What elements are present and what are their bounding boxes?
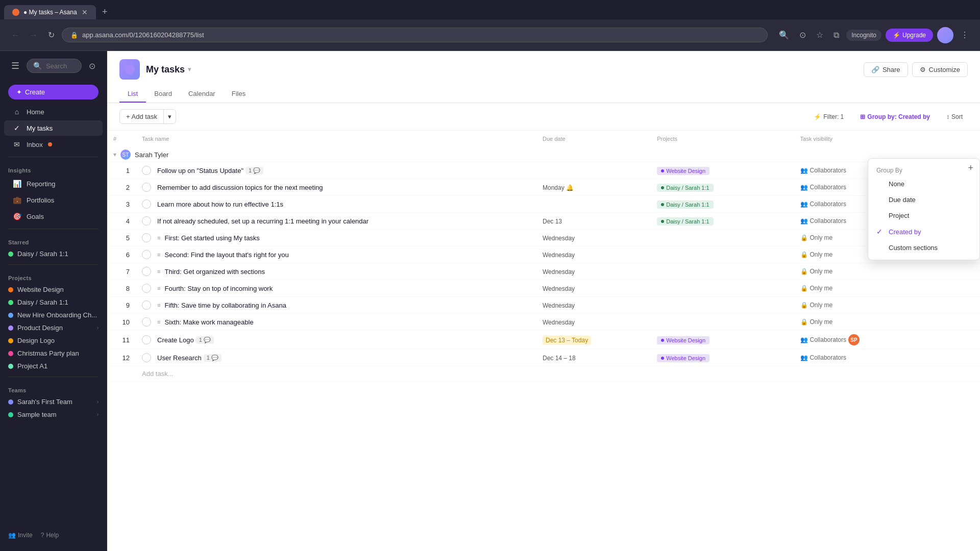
table-row[interactable]: 11 Create Logo 1 💬 Dec 13 – Today Websit…: [107, 331, 980, 349]
forward-btn[interactable]: →: [27, 28, 41, 43]
invite-btn[interactable]: 👥 Invite: [8, 532, 33, 539]
dropdown-item-created-by[interactable]: ✓ Created by: [868, 223, 979, 240]
table-row[interactable]: 7 ≡ Third: Get organized with sections W…: [107, 263, 980, 280]
add-task-caret[interactable]: ▾: [164, 110, 176, 123]
table-row[interactable]: 3 Learn more about how to run effective …: [107, 196, 980, 213]
add-task-cell[interactable]: Add task...: [136, 366, 980, 382]
task-name-text[interactable]: First: Get started using My tasks: [164, 234, 259, 242]
task-checkbox[interactable]: [142, 267, 151, 276]
address-bar[interactable]: 🔒 app.asana.com/0/1206160204288775/list: [62, 28, 768, 42]
upgrade-btn[interactable]: ⚡ Upgrade: [886, 29, 933, 42]
sidebar-item-sarahs-team[interactable]: Sarah's First Team ›: [0, 395, 107, 408]
project-tag[interactable]: Daisy / Sarah 1:1: [657, 217, 713, 226]
table-row[interactable]: 8 ≡ Fourth: Stay on top of incoming work…: [107, 280, 980, 297]
task-name-text[interactable]: Second: Find the layout that's right for…: [164, 251, 288, 259]
add-task-main[interactable]: + Add task: [120, 110, 164, 123]
tab-files[interactable]: Files: [224, 86, 254, 103]
group-by-btn[interactable]: ⊞ Group by: Created by: [855, 111, 935, 123]
dropdown-item-custom-sections[interactable]: Custom sections: [868, 240, 979, 256]
sidebar-item-product-design[interactable]: Product Design ›: [0, 321, 107, 334]
sidebar-item-daisy[interactable]: Daisy / Sarah 1:1: [0, 247, 107, 260]
task-name-text[interactable]: Follow up on "Status Update": [157, 167, 243, 174]
sidebar-item-home[interactable]: ⌂ Home: [4, 104, 103, 119]
sidebar-item-project-a1[interactable]: Project A1: [0, 360, 107, 372]
task-name-text[interactable]: User Research: [157, 354, 202, 362]
project-tag[interactable]: Daisy / Sarah 1:1: [657, 201, 713, 209]
sidebar-toggle-btn[interactable]: ☰: [8, 57, 22, 74]
sidebar-item-portfolios[interactable]: 💼 Portfolios: [4, 192, 103, 208]
reload-btn[interactable]: ↻: [45, 27, 58, 43]
table-row[interactable]: 6 ≡ Second: Find the layout that's right…: [107, 246, 980, 263]
task-checkbox[interactable]: [142, 183, 151, 192]
sidebar-item-inbox[interactable]: ✉ Inbox: [4, 137, 103, 152]
sidebar-item-daisy-sarah[interactable]: Daisy / Sarah 1:1: [0, 296, 107, 309]
add-task-row[interactable]: Add task...: [107, 366, 980, 382]
dropdown-item-project[interactable]: Project: [868, 208, 979, 223]
reader-mode-btn[interactable]: ⊙: [796, 27, 809, 43]
back-btn[interactable]: ←: [8, 28, 22, 43]
split-btn[interactable]: ⧉: [830, 28, 842, 43]
tab-close-btn[interactable]: ✕: [82, 8, 88, 16]
section-caret-icon[interactable]: ▾: [113, 151, 116, 158]
project-tag[interactable]: Website Design: [657, 336, 709, 344]
table-row[interactable]: 2 Remember to add discussion topics for …: [107, 179, 980, 196]
task-checkbox[interactable]: [142, 166, 151, 175]
search-input[interactable]: [46, 62, 75, 70]
menu-btn[interactable]: ⋮: [958, 27, 972, 43]
project-tag[interactable]: Website Design: [657, 354, 709, 362]
task-checkbox[interactable]: [142, 300, 151, 310]
create-btn[interactable]: ✦ Create: [8, 85, 99, 99]
sidebar-item-new-hire[interactable]: New Hire Onboarding Ch...: [0, 309, 107, 321]
tab-calendar[interactable]: Calendar: [180, 86, 224, 103]
dropdown-add-btn[interactable]: +: [968, 163, 973, 173]
filter-btn[interactable]: ⚡ Filter: 1: [808, 111, 849, 123]
help-btn[interactable]: ? Help: [41, 532, 59, 539]
add-task-btn[interactable]: + Add task ▾: [119, 109, 176, 124]
project-tag[interactable]: Daisy / Sarah 1:1: [657, 184, 713, 192]
sidebar-item-christmas[interactable]: Christmas Party plan: [0, 347, 107, 360]
title-caret-icon[interactable]: ▾: [188, 66, 191, 73]
task-checkbox[interactable]: [142, 317, 151, 327]
task-checkbox[interactable]: [142, 233, 151, 242]
sidebar-item-website-design[interactable]: Website Design: [0, 283, 107, 296]
new-tab-btn[interactable]: +: [98, 5, 112, 19]
sidebar-item-goals[interactable]: 🎯 Goals: [4, 209, 103, 224]
active-tab[interactable]: ● My tasks – Asana ✕: [4, 5, 96, 19]
project-tag[interactable]: Website Design: [657, 167, 709, 175]
dropdown-item-due-date[interactable]: Due date: [868, 192, 979, 208]
bookmark-btn[interactable]: ☆: [813, 27, 826, 43]
task-checkbox[interactable]: [142, 284, 151, 293]
top-search-bar[interactable]: 🔍: [27, 59, 82, 73]
task-name-text[interactable]: Third: Get organized with sections: [164, 268, 265, 276]
task-checkbox[interactable]: [142, 216, 151, 226]
task-checkbox[interactable]: [142, 335, 151, 344]
dropdown-item-none[interactable]: None: [868, 176, 979, 192]
table-row[interactable]: 12 User Research 1 💬 Dec 14 – 18 Website…: [107, 349, 980, 366]
task-name-text[interactable]: Fourth: Stay on top of incoming work: [164, 285, 273, 292]
task-checkbox[interactable]: [142, 353, 151, 362]
sidebar-item-sample-team[interactable]: Sample team ›: [0, 408, 107, 421]
clock-icon[interactable]: ⊙: [86, 58, 99, 74]
customize-btn[interactable]: ⚙ Customize: [912, 62, 968, 77]
tab-list[interactable]: List: [119, 86, 146, 103]
tab-board[interactable]: Board: [146, 86, 180, 103]
table-row[interactable]: 9 ≡ Fifth: Save time by collaborating in…: [107, 297, 980, 314]
search-page-btn[interactable]: 🔍: [776, 27, 792, 43]
task-name-text[interactable]: Learn more about how to run effective 1:…: [157, 201, 283, 208]
task-checkbox[interactable]: [142, 199, 151, 209]
sort-btn[interactable]: ↕ Sort: [941, 111, 968, 123]
task-name-text[interactable]: Create Logo: [157, 336, 194, 344]
task-name-text[interactable]: Fifth: Save time by collaborating in Asa…: [164, 302, 286, 309]
task-name-text[interactable]: Remember to add discussion topics for th…: [157, 184, 323, 191]
sidebar-item-reporting[interactable]: 📊 Reporting: [4, 176, 103, 191]
share-btn[interactable]: 🔗 Share: [864, 62, 908, 77]
task-checkbox[interactable]: [142, 250, 151, 259]
sidebar-item-my-tasks[interactable]: ✓ My tasks: [4, 120, 103, 136]
table-row[interactable]: 1 Follow up on "Status Update" 1 💬 Websi…: [107, 162, 980, 179]
table-row[interactable]: 10 ≡ Sixth: Make work manageable Wednesd…: [107, 314, 980, 331]
task-name-text[interactable]: If not already scheduled, set up a recur…: [157, 217, 369, 225]
table-row[interactable]: 4 If not already scheduled, set up a rec…: [107, 213, 980, 230]
sidebar-item-design-logo[interactable]: Design Logo: [0, 334, 107, 347]
table-row[interactable]: 5 ≡ First: Get started using My tasks We…: [107, 230, 980, 246]
user-avatar-btn[interactable]: [937, 27, 953, 43]
